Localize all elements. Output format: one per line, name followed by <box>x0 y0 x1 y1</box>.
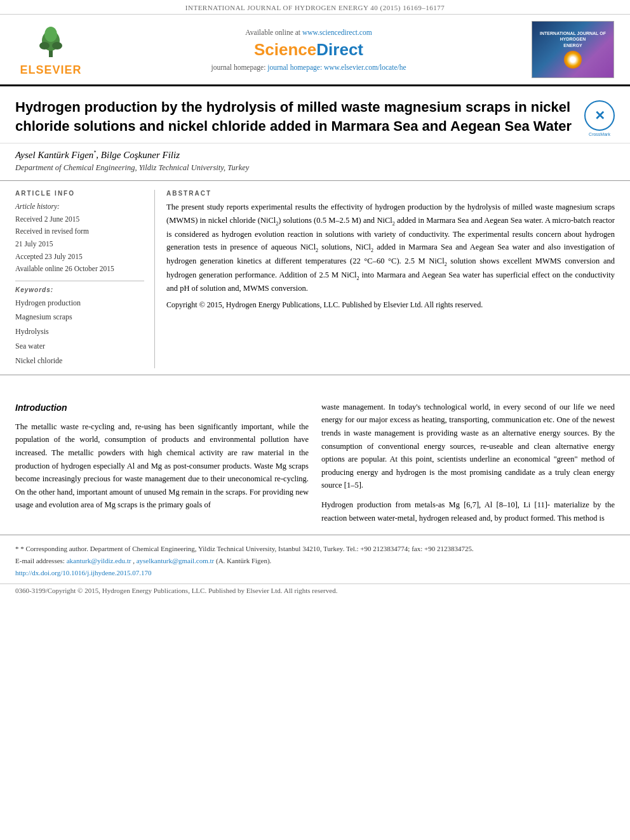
article-info-label: ARTICLE INFO <box>15 190 144 197</box>
authors-text: Aysel Kantürk Figen*, Bilge Coşkuner Fil… <box>15 150 180 160</box>
journal-bar: INTERNATIONAL JOURNAL OF HYDROGEN ENERGY… <box>0 0 630 15</box>
homepage-line: journal homepage: journal homepage: www.… <box>211 63 406 71</box>
journal-cover-graphic <box>564 51 582 69</box>
keywords-list: Hydrogen production Magnesium scraps Hyd… <box>15 296 144 368</box>
affiliation-text: Department of Chemical Engineering, Yild… <box>15 163 615 173</box>
email-suffix: (A. Kantürk Figen). <box>216 557 271 564</box>
keyword-5: Nickel chloride <box>15 354 144 368</box>
footer-bottom: 0360-3199/Copyright © 2015, Hydrogen Ene… <box>0 583 630 601</box>
footer-notes: * * Corresponding author. Department of … <box>0 535 630 583</box>
journal-homepage-link[interactable]: journal homepage: www.elsevier.com/locat… <box>267 63 406 71</box>
keyword-2: Magnesium scraps <box>15 310 144 324</box>
journal-cover-title: International Journal ofHYDROGENENERGY <box>540 30 606 48</box>
intro-p2: waste management. In today's technologic… <box>321 401 615 492</box>
asterisk-ref: * <box>15 545 20 552</box>
issn-line: 0360-3199/Copyright © 2015, Hydrogen Ene… <box>15 587 337 594</box>
sciencedirect-direct: Direct <box>316 40 363 59</box>
journal-cover-image: International Journal ofHYDROGENENERGY <box>532 21 614 78</box>
keywords-section: Keywords: Hydrogen production Magnesium … <box>15 286 144 368</box>
info-divider <box>15 281 144 281</box>
email-label: E-mail addresses: <box>15 557 67 564</box>
sciencedirect-science: Science <box>254 40 316 59</box>
abstract-copyright: Copyright © 2015, Hydrogen Energy Public… <box>166 300 615 310</box>
introduction-section <box>0 380 630 390</box>
abstract-label: ABSTRACT <box>166 190 615 197</box>
available-date: Available online 26 October 2015 <box>15 263 144 276</box>
article-info-col: ARTICLE INFO Article history: Received 2… <box>15 190 155 368</box>
body-text-area: Introduction The metallic waste re-cycli… <box>0 401 630 525</box>
keywords-label: Keywords: <box>15 286 144 293</box>
elsevier-logo-area: ELSEVIER <box>13 21 89 78</box>
elsevier-logo: ELSEVIER <box>20 23 81 77</box>
history-label: Article history: <box>15 201 144 213</box>
intro-p1: The metallic waste re-cycling and, re-us… <box>15 420 309 512</box>
article-title-area: Hydrogen production by the hydrolysis of… <box>0 86 630 143</box>
revised-date: 21 July 2015 <box>15 238 144 251</box>
keyword-1: Hydrogen production <box>15 296 144 310</box>
elsevier-wordmark: ELSEVIER <box>20 63 81 77</box>
keyword-4: Sea water <box>15 339 144 354</box>
elsevier-tree-icon <box>32 23 70 61</box>
header: ELSEVIER Available online at www.science… <box>0 15 630 86</box>
authors-area: Aysel Kantürk Figen*, Bilge Coşkuner Fil… <box>0 143 630 175</box>
received-date: Received 2 June 2015 <box>15 213 144 226</box>
footnote-email: E-mail addresses: akanturk@yildiz.edu.tr… <box>15 555 615 567</box>
article-history: Article history: Received 2 June 2015 Re… <box>15 201 144 275</box>
article-title-container: Hydrogen production by the hydrolysis of… <box>15 98 577 135</box>
abstract-text: The present study reports experimental r… <box>166 201 615 295</box>
sciencedirect-url[interactable]: www.sciencedirect.com <box>302 29 372 36</box>
crossmark-inner: ✕ <box>584 100 615 131</box>
footnote-1-text: * Corresponding author. Department of Ch… <box>20 545 473 552</box>
footnote-1: * * Corresponding author. Department of … <box>15 543 615 555</box>
email-1-link[interactable]: akanturk@yildiz.edu.tr <box>67 557 131 564</box>
doi-link[interactable]: http://dx.doi.org/10.1016/j.ijhydene.201… <box>15 569 152 577</box>
sciencedirect-logo: ScienceDirect <box>254 40 363 60</box>
header-center: Available online at www.sciencedirect.co… <box>95 21 522 78</box>
crossmark-badge[interactable]: ✕ CrossMark <box>584 100 615 131</box>
crossmark-label: CrossMark <box>584 132 615 137</box>
article-main-title: Hydrogen production by the hydrolysis of… <box>15 98 577 135</box>
crossmark-icon: ✕ <box>594 108 605 123</box>
accepted-date: Accepted 23 July 2015 <box>15 251 144 263</box>
svg-point-3 <box>52 42 62 50</box>
doi-link-line: http://dx.doi.org/10.1016/j.ijhydene.201… <box>15 567 615 579</box>
keyword-3: Hydrolysis <box>15 324 144 339</box>
info-abstract-section: ARTICLE INFO Article history: Received 2… <box>0 180 630 375</box>
body-col-right: waste management. In today's technologic… <box>321 401 615 525</box>
abstract-col: ABSTRACT The present study reports exper… <box>166 190 615 368</box>
svg-point-4 <box>44 27 57 42</box>
authors-line: Aysel Kantürk Figen*, Bilge Coşkuner Fil… <box>15 150 615 161</box>
revised-label: Received in revised form <box>15 225 144 238</box>
journal-cover-area: International Journal ofHYDROGENENERGY <box>528 21 617 78</box>
email-2-link[interactable]: ayselkanturk@gmail.com.tr <box>137 557 215 564</box>
introduction-title: Introduction <box>15 401 309 415</box>
available-online-text: Available online at www.sciencedirect.co… <box>245 29 372 36</box>
svg-point-2 <box>39 42 50 50</box>
journal-bar-text: INTERNATIONAL JOURNAL OF HYDROGEN ENERGY… <box>185 4 445 11</box>
body-col-left: Introduction The metallic waste re-cycli… <box>15 401 309 525</box>
intro-p3: Hydrogen production from metals-as Mg [6… <box>321 498 615 524</box>
